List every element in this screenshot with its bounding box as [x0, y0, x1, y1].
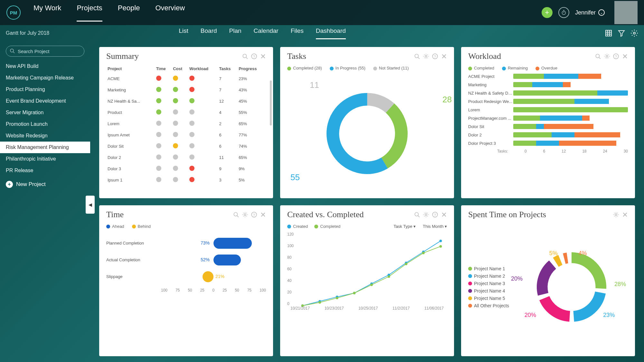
sidebar-item[interactable]: Server Migration	[0, 107, 90, 118]
gear-icon[interactable]	[604, 53, 610, 59]
card-title: Workload	[468, 51, 592, 61]
time-axis: 1007550250255075100	[106, 288, 266, 292]
scrollbar[interactable]	[270, 80, 272, 125]
timer-button[interactable]	[558, 7, 569, 18]
table-row[interactable]: Dolor 21165%	[106, 152, 266, 163]
date-range-filter[interactable]: This Month ▾	[423, 224, 447, 229]
search-icon[interactable]	[242, 53, 248, 59]
help-icon[interactable]: ?	[251, 212, 257, 218]
svg-line-20	[418, 57, 420, 59]
svg-point-65	[405, 263, 407, 265]
sidebar-item[interactable]: Risk Management Planning	[0, 142, 90, 153]
sidebar-item[interactable]: PR Release	[0, 165, 90, 176]
close-icon[interactable]	[260, 53, 266, 59]
close-icon[interactable]	[622, 212, 628, 218]
legend-item: Overdue	[535, 66, 557, 70]
card-title: Tasks	[287, 51, 411, 61]
svg-point-63	[370, 283, 373, 286]
search-icon[interactable]	[233, 212, 239, 218]
nav-overview[interactable]: Overview	[155, 4, 185, 22]
chevron-down-icon: ⌄	[598, 9, 605, 16]
help-icon[interactable]: ?	[432, 53, 438, 59]
close-icon[interactable]	[441, 53, 447, 59]
sidebar-item[interactable]: Philanthropic Initiative	[0, 153, 90, 165]
new-project-button[interactable]: + New Project	[0, 176, 90, 192]
sidebar-item[interactable]: Marketing Campaign Release	[0, 72, 90, 84]
search-icon[interactable]	[414, 53, 420, 59]
task-type-filter[interactable]: Task Type ▾	[393, 224, 416, 229]
search-icon[interactable]	[414, 212, 420, 218]
add-button[interactable]: +	[542, 7, 553, 18]
workload-row: Marketing	[468, 82, 628, 87]
time-row: Planned Completion73%	[106, 238, 266, 249]
table-row[interactable]: Marketing743%	[106, 84, 266, 96]
gear-icon[interactable]	[613, 212, 619, 218]
avatar[interactable]	[614, 1, 638, 24]
search-wrap	[0, 46, 90, 60]
logo[interactable]: PM	[6, 5, 21, 20]
slice-label: 20%	[511, 275, 523, 282]
tab-calendar[interactable]: Calendar	[254, 27, 279, 39]
gear-icon[interactable]	[423, 53, 429, 59]
svg-point-68	[615, 214, 617, 216]
table-row[interactable]: Lorem265%	[106, 118, 266, 129]
not-started-count: 11	[310, 80, 319, 90]
user-menu[interactable]: Jennifer ⌄	[575, 9, 605, 16]
search-icon[interactable]	[595, 53, 601, 59]
svg-text:?: ?	[253, 55, 255, 59]
svg-point-66	[422, 252, 425, 254]
sidebar-item[interactable]: Event Brand Development	[0, 95, 90, 107]
tab-plan[interactable]: Plan	[229, 27, 242, 39]
app-body: New API BuildMarketing Campaign ReleaseP…	[0, 41, 644, 362]
table-row[interactable]: NZ Health & Sa...1245%	[106, 96, 266, 107]
nav-people[interactable]: People	[118, 4, 140, 22]
gear-icon[interactable]	[242, 212, 248, 218]
sidebar-item[interactable]: Product Planning	[0, 84, 90, 95]
new-project-label: New Project	[16, 181, 46, 188]
help-icon[interactable]: ?	[613, 53, 619, 59]
tab-files[interactable]: Files	[291, 27, 304, 39]
svg-point-29	[596, 54, 599, 58]
sidebar-item[interactable]: Website Redesign	[0, 130, 90, 142]
card-title: Time	[106, 210, 230, 219]
table-row[interactable]: Ipsum 135%	[106, 174, 266, 186]
filter-icon[interactable]	[618, 29, 625, 37]
sidebar-collapse[interactable]: ◀	[86, 196, 95, 214]
gear-icon[interactable]	[630, 29, 638, 37]
legend-item: Completed	[468, 66, 494, 70]
table-row[interactable]: Dolor Sit674%	[106, 141, 266, 152]
svg-point-62	[353, 292, 355, 294]
workload-row: Dolor Sit	[468, 124, 628, 129]
time-row: Slippage21%	[106, 271, 266, 282]
table-row[interactable]: Product455%	[106, 107, 266, 118]
tasks-donut: 11 28 55	[287, 74, 447, 194]
tab-dashboard[interactable]: Dashboard	[316, 27, 346, 39]
sidebar-item[interactable]: New API Build	[0, 60, 90, 72]
table-header: Cost	[172, 64, 188, 73]
legend-item: Project Name 5	[468, 296, 509, 301]
project-list: New API BuildMarketing Campaign ReleaseP…	[0, 60, 90, 176]
svg-point-31	[606, 55, 608, 57]
close-icon[interactable]	[622, 53, 628, 59]
nav-projects[interactable]: Projects	[77, 4, 102, 22]
table-row[interactable]: Dolor 399%	[106, 163, 266, 174]
table-row[interactable]: Ipsum Amet677%	[106, 129, 266, 141]
nav-my-work[interactable]: My Work	[33, 4, 61, 22]
tab-list[interactable]: List	[179, 27, 188, 39]
tab-board[interactable]: Board	[201, 27, 217, 39]
table-row[interactable]: ACME723%	[106, 73, 266, 84]
gear-icon[interactable]	[423, 212, 429, 218]
close-icon[interactable]	[441, 212, 447, 218]
main-nav: My WorkProjectsPeopleOverview	[33, 4, 542, 22]
close-icon[interactable]	[260, 212, 266, 218]
sidebar-item[interactable]: Promotion Launch	[0, 118, 90, 130]
help-icon[interactable]: ?	[432, 212, 438, 218]
grid-icon[interactable]	[605, 29, 612, 37]
svg-point-64	[388, 275, 390, 278]
search-input[interactable]	[6, 46, 84, 57]
time-legend: AheadBehind	[99, 223, 273, 232]
help-icon[interactable]: ?	[251, 53, 257, 59]
svg-point-19	[415, 54, 418, 58]
svg-text:?: ?	[253, 213, 255, 217]
slice-label: 23%	[603, 312, 615, 319]
